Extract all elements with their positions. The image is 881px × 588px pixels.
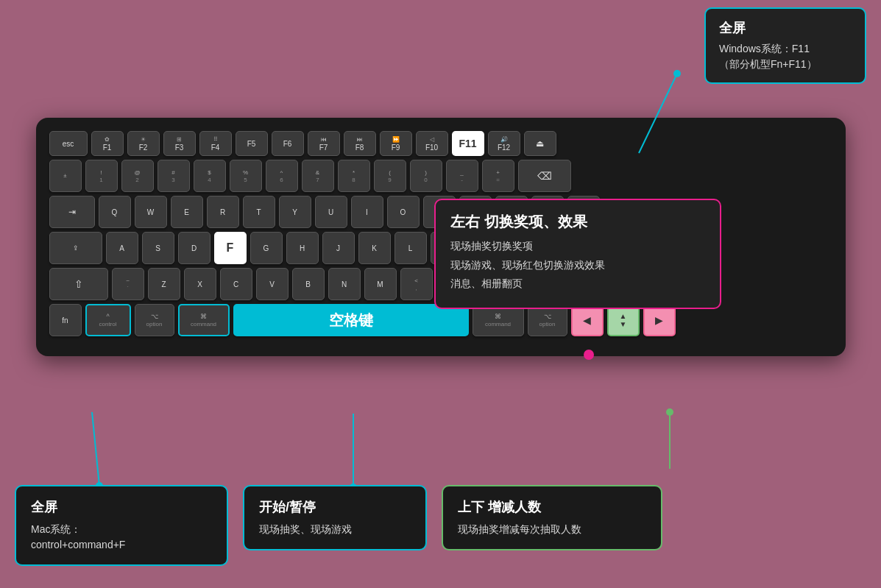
key-3[interactable]: # 3 (158, 160, 190, 192)
key-f4[interactable]: ⠿ F4 (199, 131, 232, 156)
key-k[interactable]: K (358, 232, 391, 264)
tooltip-space-title: 开始/暂停 (259, 498, 411, 516)
key-7[interactable]: & 7 (302, 160, 334, 192)
tooltip-updown-title: 上下 增减人数 (458, 498, 646, 516)
key-minus[interactable]: _ - (446, 160, 478, 192)
tooltip-mac-body: Mac系统： control+command+F (31, 522, 212, 553)
key-caps[interactable]: ⇪ (49, 232, 102, 264)
tooltip-win-body: Windows系统：F11 （部分机型Fn+F11） (719, 41, 852, 72)
svg-point-1 (673, 70, 681, 77)
key-shift-left[interactable]: ⇧ (49, 268, 108, 300)
key-r[interactable]: R (207, 196, 239, 228)
key-f12[interactable]: 🔊 F12 (488, 131, 520, 156)
key-f[interactable]: F (214, 232, 247, 264)
tooltip-fullscreen-windows: 全屏 Windows系统：F11 （部分机型Fn+F11） (704, 7, 866, 84)
tooltip-win-title: 全屏 (719, 19, 852, 37)
function-row: esc ✿ F1 ☀ F2 ⊞ F3 ⠿ F4 F5 F6 (49, 131, 832, 156)
svg-point-7 (666, 408, 673, 416)
key-4[interactable]: $ 4 (194, 160, 226, 192)
key-control[interactable]: ^ control (85, 304, 131, 336)
key-u[interactable]: U (315, 196, 347, 228)
key-q[interactable]: Q (99, 196, 131, 228)
key-f6[interactable]: F6 (272, 131, 304, 156)
tooltip-lr-item1: 现场抽奖切换奖项 (450, 239, 705, 254)
key-esc[interactable]: esc (49, 131, 88, 156)
key-e[interactable]: E (171, 196, 203, 228)
tooltip-lr-title: 左右 切换奖项、效果 (450, 212, 705, 232)
key-0[interactable]: ) 0 (410, 160, 442, 192)
key-comma[interactable]: <, (400, 268, 433, 300)
key-option-left[interactable]: ⌥ option (135, 304, 174, 336)
key-8[interactable]: * 8 (338, 160, 370, 192)
key-fn[interactable]: fn (49, 304, 82, 336)
key-d[interactable]: D (178, 232, 210, 264)
key-f1[interactable]: ✿ F1 (91, 131, 124, 156)
key-g[interactable]: G (250, 232, 283, 264)
key-f2[interactable]: ☀ F2 (127, 131, 160, 156)
key-x[interactable]: Z (148, 268, 180, 300)
bottom-tooltips: 全屏 Mac系统： control+command+F 开始/暂停 现场抽奖、现… (15, 485, 866, 566)
key-5[interactable]: % 5 (230, 160, 262, 192)
key-w[interactable]: W (135, 196, 167, 228)
key-a[interactable]: A (106, 232, 138, 264)
tooltip-space-body: 现场抽奖、现场游戏 (259, 522, 411, 537)
key-space[interactable]: 空格键 (233, 304, 469, 336)
tooltip-mac-fullscreen: 全屏 Mac系统： control+command+F (15, 485, 228, 566)
key-h[interactable]: H (286, 232, 319, 264)
key-l[interactable]: L (394, 232, 427, 264)
key-2[interactable]: @ 2 (121, 160, 154, 192)
tooltip-lr-item3: 消息、相册翻页 (450, 277, 705, 291)
key-f7[interactable]: ⏮ F7 (308, 131, 340, 156)
tooltip-updown: 上下 增减人数 现场抽奖增减每次抽取人数 (442, 485, 662, 550)
svg-line-2 (92, 412, 99, 486)
key-s[interactable]: S (142, 232, 174, 264)
key-6[interactable]: ^ 6 (266, 160, 298, 192)
key-f3[interactable]: ⊞ F3 (163, 131, 196, 156)
tooltip-leftright: 左右 切换奖项、效果 现场抽奖切换奖项 现场游戏、现场红包切换游戏效果 消息、相… (434, 199, 721, 309)
key-tab[interactable]: ⇥ (49, 196, 95, 228)
key-9[interactable]: ( 9 (374, 160, 406, 192)
key-f8[interactable]: ⏭ F8 (344, 131, 376, 156)
key-f5[interactable]: F5 (236, 131, 268, 156)
key-backspace[interactable]: ⌫ (518, 160, 571, 192)
tooltip-lr-item2: 现场游戏、现场红包切换游戏效果 (450, 258, 705, 273)
tooltip-mac-title: 全屏 (31, 498, 212, 516)
key-f10[interactable]: ◁ F10 (416, 131, 448, 156)
key-b[interactable]: V (256, 268, 289, 300)
key-z[interactable]: ~` (112, 268, 144, 300)
tooltip-space: 开始/暂停 现场抽奖、现场游戏 (243, 485, 427, 550)
number-row: ± ! 1 @ 2 # 3 $ 4 % 5 ^ (49, 160, 832, 192)
tooltip-updown-body: 现场抽奖增减每次抽取人数 (458, 522, 646, 537)
key-1[interactable]: ! 1 (85, 160, 118, 192)
key-y[interactable]: Y (279, 196, 311, 228)
key-o[interactable]: O (387, 196, 420, 228)
key-m[interactable]: N (328, 268, 361, 300)
key-i[interactable]: I (351, 196, 383, 228)
key-comma-row[interactable]: M (364, 268, 397, 300)
key-f9[interactable]: ⏩ F9 (380, 131, 412, 156)
key-equals[interactable]: + = (482, 160, 514, 192)
key-j[interactable]: J (322, 232, 355, 264)
key-c[interactable]: X (184, 268, 216, 300)
key-f11[interactable]: F11 (452, 131, 484, 156)
key-n[interactable]: B (292, 268, 325, 300)
key-t[interactable]: T (243, 196, 275, 228)
key-command-left[interactable]: ⌘ command (178, 304, 230, 336)
key-eject[interactable]: ⏏ (524, 131, 556, 156)
key-v[interactable]: C (220, 268, 252, 300)
key-backtick[interactable]: ± (49, 160, 82, 192)
